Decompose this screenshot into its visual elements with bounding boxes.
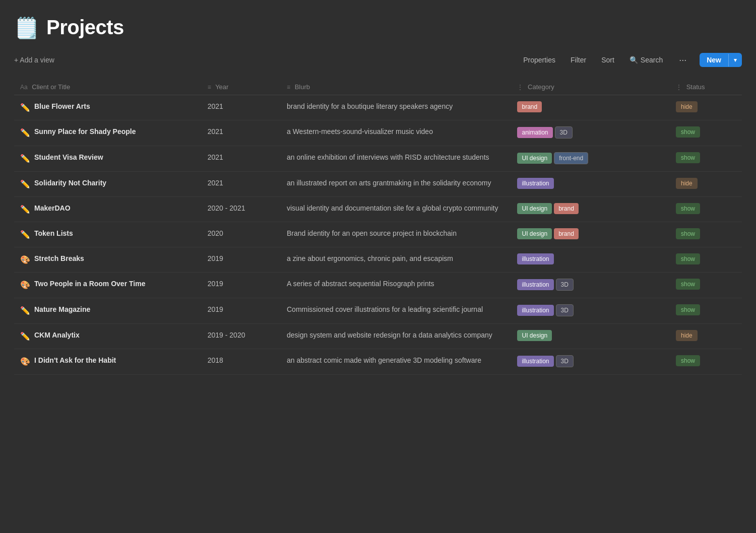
category-cell: animation3D <box>511 120 670 146</box>
row-title: Solidarity Not Charity <box>34 178 106 188</box>
row-icon: ✏️ <box>20 229 30 241</box>
table-row[interactable]: ✏️ Solidarity Not Charity 2021an illustr… <box>14 172 742 197</box>
title-cell: ✏️ Student Visa Review <box>14 146 145 171</box>
col-icon-status: ⋮ <box>676 84 682 91</box>
year-cell: 2019 - 2020 <box>202 324 281 349</box>
row-icon: ✏️ <box>20 127 30 139</box>
col-header-title: Aa Client or Title <box>14 79 202 95</box>
title-cell: ✏️ Blue Flower Arts <box>14 95 145 120</box>
col-icon-title: Aa <box>20 84 28 91</box>
category-tag: 3D <box>556 279 574 291</box>
table-row[interactable]: ✏️ Blue Flower Arts 2021brand identity f… <box>14 95 742 120</box>
year-cell: 2019 <box>202 298 281 324</box>
row-title: I Didn't Ask for the Habit <box>34 355 116 366</box>
category-cell: illustration3D <box>511 349 670 375</box>
status-badge: show <box>676 279 700 290</box>
blurb-cell: an abstract comic made with generative 3… <box>281 349 512 375</box>
row-icon: ✏️ <box>20 102 30 114</box>
table-row[interactable]: 🎨 Two People in a Room Over Time 2019A s… <box>14 273 742 298</box>
sort-button[interactable]: Sort <box>598 54 617 66</box>
properties-button[interactable]: Properties <box>520 54 558 66</box>
col-header-year: ≡ Year <box>202 79 281 95</box>
search-button[interactable]: 🔍 Search <box>626 54 666 66</box>
category-cell: brand <box>511 95 670 120</box>
page-title-row: 🗒️ Projects <box>14 16 742 39</box>
category-tag: 3D <box>556 304 574 316</box>
row-title: Blue Flower Arts <box>34 101 90 112</box>
status-badge: show <box>676 152 700 163</box>
more-button[interactable]: ··· <box>675 54 690 66</box>
category-tag: illustration <box>517 356 553 367</box>
filter-button[interactable]: Filter <box>568 54 589 66</box>
projects-table: Aa Client or Title ≡ Year ≡ Blurb ⋮ Cate… <box>14 79 742 375</box>
status-cell: hide <box>670 95 742 120</box>
category-tag: UI design <box>517 203 552 214</box>
row-icon: 🎨 <box>20 254 30 266</box>
row-icon: ✏️ <box>20 305 30 317</box>
category-tag: 3D <box>555 126 573 139</box>
add-view-label: + Add a view <box>14 56 54 64</box>
table-row[interactable]: ✏️ MakerDAO 2020 - 2021visual identity a… <box>14 197 742 222</box>
status-cell: hide <box>670 324 742 349</box>
row-title: MakerDAO <box>34 203 71 214</box>
row-title: Token Lists <box>34 228 73 239</box>
blurb-cell: an online exhibition of interviews with … <box>281 146 512 172</box>
blurb-cell: a zine about ergonomics, chronic pain, a… <box>281 247 512 273</box>
title-cell: 🎨 Stretch Breaks <box>14 247 145 272</box>
category-tag: UI design <box>517 153 552 164</box>
category-tag: UI design <box>517 330 552 341</box>
table-row[interactable]: ✏️ CKM Analytix 2019 - 2020design system… <box>14 324 742 349</box>
row-icon: ✏️ <box>20 330 30 343</box>
blurb-cell: an illustrated report on arts grantmakin… <box>281 172 512 197</box>
add-view-button[interactable]: + Add a view <box>14 56 54 64</box>
blurb-cell: Commissioned cover illustrations for a l… <box>281 298 512 324</box>
category-tag: animation <box>517 127 552 138</box>
title-cell: ✏️ CKM Analytix <box>14 324 145 349</box>
title-cell: ✏️ Solidarity Not Charity <box>14 172 145 196</box>
row-icon: ✏️ <box>20 204 30 216</box>
category-tag: illustration <box>517 253 553 264</box>
category-tag: brand <box>554 228 579 239</box>
row-title: CKM Analytix <box>34 330 80 341</box>
table-row[interactable]: ✏️ Student Visa Review 2021an online exh… <box>14 146 742 172</box>
col-icon-blurb: ≡ <box>287 84 290 91</box>
title-cell: 🎨 I Didn't Ask for the Habit <box>14 349 145 374</box>
row-icon: ✏️ <box>20 178 30 190</box>
table-row[interactable]: ✏️ Sunny Place for Shady People 2021a We… <box>14 120 742 146</box>
status-cell: show <box>670 120 742 146</box>
status-badge: show <box>676 304 700 315</box>
category-cell: illustration <box>511 172 670 197</box>
col-header-status: ⋮ Status <box>670 79 742 95</box>
title-cell: ✏️ Token Lists <box>14 222 145 247</box>
status-badge: hide <box>676 330 698 341</box>
category-cell: UI design <box>511 324 670 349</box>
year-cell: 2021 <box>202 172 281 197</box>
status-cell: show <box>670 146 742 172</box>
blurb-cell: a Western-meets-sound-visualizer music v… <box>281 120 512 146</box>
table-row[interactable]: 🎨 I Didn't Ask for the Habit 2018an abst… <box>14 349 742 375</box>
year-cell: 2020 - 2021 <box>202 197 281 222</box>
blurb-cell: design system and website redesign for a… <box>281 324 512 349</box>
toolbar: + Add a view Properties Filter Sort 🔍 Se… <box>14 53 742 71</box>
category-tag: brand <box>554 203 579 214</box>
page-icon: 🗒️ <box>14 18 39 38</box>
status-badge: hide <box>676 178 698 189</box>
category-tag: front-end <box>554 152 588 164</box>
blurb-cell: Brand identity for an open source projec… <box>281 222 512 247</box>
status-badge: show <box>676 228 700 239</box>
table-row[interactable]: ✏️ Nature Magazine 2019Commissioned cove… <box>14 298 742 324</box>
category-cell: UI designbrand <box>511 197 670 222</box>
category-cell: UI designfront-end <box>511 146 670 172</box>
table-row[interactable]: ✏️ Token Lists 2020Brand identity for an… <box>14 222 742 247</box>
row-title: Sunny Place for Shady People <box>34 126 136 137</box>
row-icon: ✏️ <box>20 153 30 165</box>
year-cell: 2019 <box>202 247 281 273</box>
new-button[interactable]: New ▾ <box>700 53 742 67</box>
blurb-cell: visual identity and documentation site f… <box>281 197 512 222</box>
status-badge: hide <box>676 101 698 112</box>
row-title: Nature Magazine <box>34 304 90 315</box>
status-cell: show <box>670 273 742 298</box>
year-cell: 2021 <box>202 120 281 146</box>
table-row[interactable]: 🎨 Stretch Breaks 2019a zine about ergono… <box>14 247 742 273</box>
status-cell: show <box>670 222 742 247</box>
